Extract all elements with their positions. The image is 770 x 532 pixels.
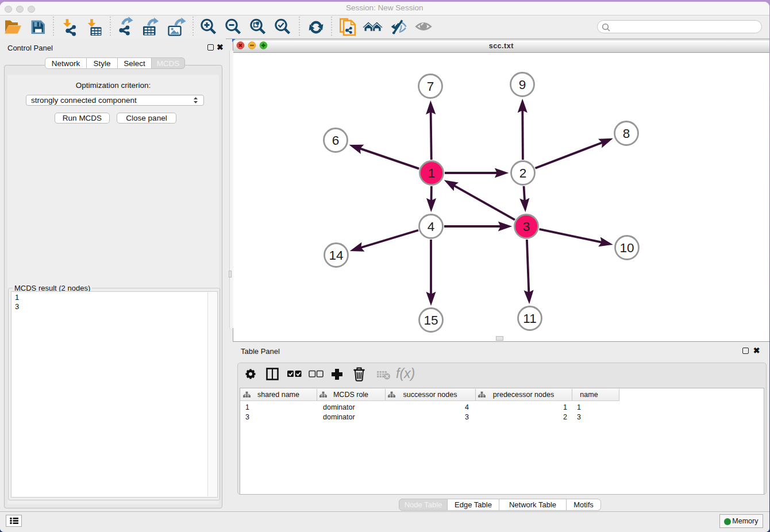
svg-text:4: 4	[428, 219, 435, 234]
svg-text:9: 9	[519, 78, 526, 92]
svg-text:1: 1	[428, 166, 436, 180]
svg-text:10: 10	[619, 241, 634, 255]
svg-text:15: 15	[424, 313, 438, 327]
svg-text:7: 7	[427, 79, 434, 94]
svg-text:6: 6	[332, 133, 340, 148]
svg-text:3: 3	[523, 219, 530, 234]
svg-text:14: 14	[329, 248, 343, 263]
svg-text:8: 8	[623, 126, 630, 141]
svg-text:11: 11	[523, 311, 536, 326]
svg-text:2: 2	[519, 166, 527, 180]
svg-text:f(x): f(x)	[396, 366, 415, 381]
